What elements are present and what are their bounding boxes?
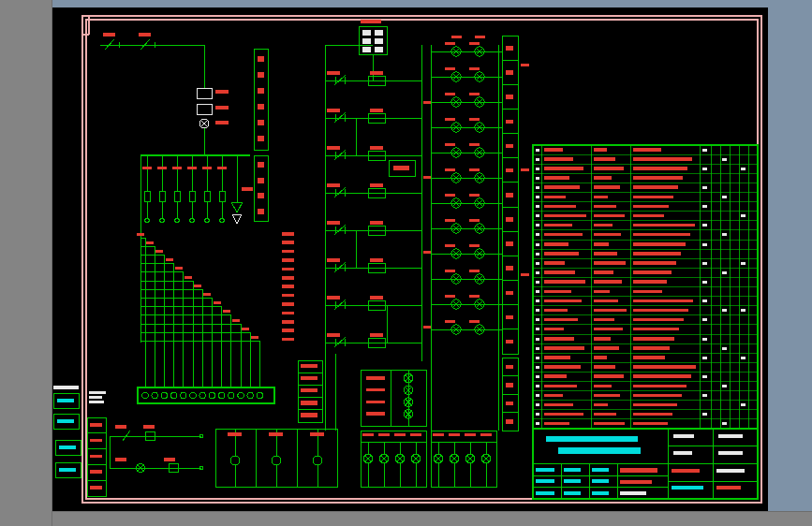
drawing-viewport[interactable] xyxy=(52,7,768,511)
indicator-lamp-matrix xyxy=(431,36,502,431)
incoming-control-circuit xyxy=(100,33,253,232)
margin-notes xyxy=(87,391,106,496)
left-dock-panel xyxy=(0,0,52,526)
title-block xyxy=(533,429,758,499)
field-cable-staircase xyxy=(137,232,294,403)
bottom-dock-panel xyxy=(0,511,812,526)
schematic-svg xyxy=(52,7,768,511)
revision-tags xyxy=(53,386,81,477)
aux-bottom-circuits xyxy=(110,425,203,473)
relay-logic-rows xyxy=(325,20,431,431)
legend-box xyxy=(298,354,335,431)
terminal-strip-column xyxy=(502,36,529,431)
app-workspace xyxy=(0,0,812,526)
riser-label-columns xyxy=(254,49,268,221)
bom-table xyxy=(533,145,758,429)
